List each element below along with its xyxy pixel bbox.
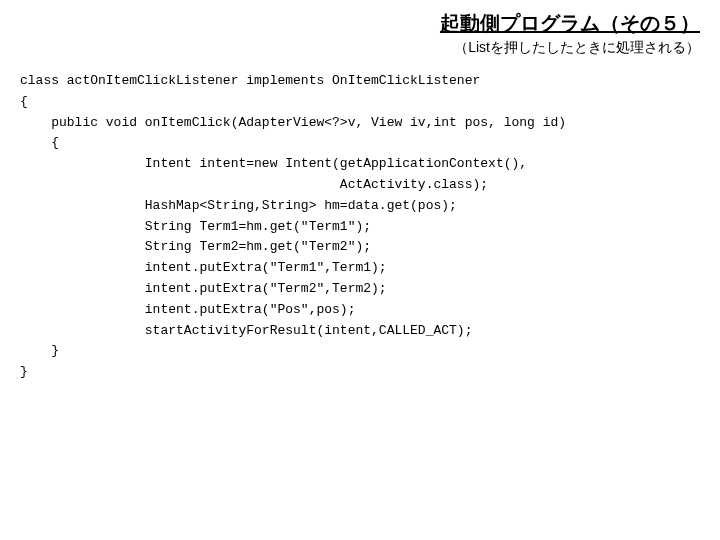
code-line: startActivityForResult(intent,CALLED_ACT… xyxy=(20,323,472,338)
code-line: intent.putExtra("Term1",Term1); xyxy=(20,260,387,275)
code-line: intent.putExtra("Term2",Term2); xyxy=(20,281,387,296)
code-line: intent.putExtra("Pos",pos); xyxy=(20,302,355,317)
code-line: public void onItemClick(AdapterView<?>v,… xyxy=(20,115,566,130)
code-line: Intent intent=new Intent(getApplicationC… xyxy=(20,156,527,171)
code-line: } xyxy=(20,343,59,358)
code-block: class actOnItemClickListener implements … xyxy=(0,61,720,393)
code-line: } xyxy=(20,364,28,379)
page-subtitle: （Listを押したしたときに処理される） xyxy=(20,39,700,57)
code-line: HashMap<String,String> hm=data.get(pos); xyxy=(20,198,457,213)
code-line: { xyxy=(20,94,28,109)
page-title: 起動側プログラム（その５） xyxy=(440,10,700,37)
code-line: { xyxy=(20,135,59,150)
code-line: String Term2=hm.get("Term2"); xyxy=(20,239,371,254)
code-line: ActActivity.class); xyxy=(20,177,488,192)
code-line: class actOnItemClickListener implements … xyxy=(20,73,480,88)
header-area: 起動側プログラム（その５） （Listを押したしたときに処理される） xyxy=(0,0,720,61)
code-line: String Term1=hm.get("Term1"); xyxy=(20,219,371,234)
